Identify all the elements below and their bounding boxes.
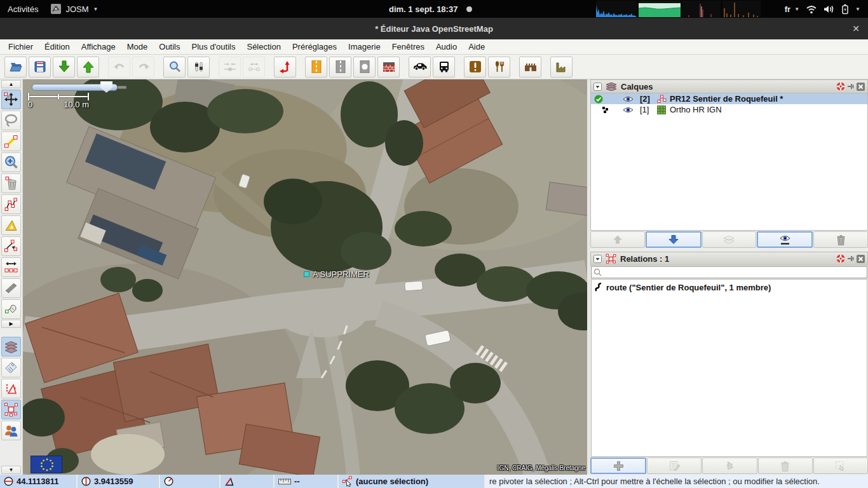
layer-move-down-button[interactable] — [646, 231, 702, 248]
close-panel-icon[interactable] — [857, 255, 865, 263]
tools-scroll-up-button[interactable]: ▲ — [1, 80, 21, 88]
menu-fenetres[interactable]: Fenêtres — [386, 40, 430, 53]
menu-outils[interactable]: Outils — [153, 40, 186, 53]
tool-follow-line[interactable] — [1, 236, 21, 256]
layer-visible-eye-icon[interactable] — [623, 106, 634, 114]
layer-delete-button[interactable] — [813, 231, 868, 248]
preset-road-button[interactable] — [329, 57, 351, 78]
road-icon — [335, 60, 346, 73]
tool-delete[interactable] — [1, 173, 21, 193]
longitude-icon — [81, 477, 91, 486]
relation-list-item[interactable]: route ("Sentier de Roquefeuil", 1 membre… — [592, 280, 867, 292]
zoom-slider-tail — [118, 86, 126, 89]
window-title-bar[interactable]: * Éditeur Java OpenStreetMap ✕ — [0, 18, 868, 39]
tool-merge-ways[interactable] — [1, 194, 21, 214]
collapse-panel-button[interactable] — [593, 83, 602, 91]
tool-draw[interactable] — [1, 132, 21, 151]
osm-node-marker[interactable] — [304, 272, 309, 276]
layer-index: [1] — [640, 105, 657, 114]
tools-scroll-down-button[interactable]: ▼ — [1, 466, 21, 474]
tool-select[interactable] — [1, 90, 21, 109]
relations-panel-title: Relations : 1 — [620, 254, 669, 264]
layer-row-pr12[interactable]: [2] PR12 Sentier de Roquefeuil * — [591, 93, 867, 104]
map-canvas[interactable]: 0 10.0 m A SUPPRIMER IGN, CRAIG, Mégalis… — [23, 79, 587, 475]
preset-wall-button[interactable] — [377, 57, 400, 78]
download-button[interactable] — [53, 57, 75, 78]
preset-works-button[interactable] — [550, 57, 573, 78]
layer-move-up-button[interactable] — [590, 231, 645, 248]
activities-button[interactable]: Activités — [8, 4, 38, 14]
collapse-panel-button[interactable] — [593, 255, 602, 263]
pin-panel-icon[interactable] — [847, 255, 855, 262]
layer-toggle-visibility-button[interactable] — [757, 231, 813, 248]
split-way-button[interactable] — [274, 57, 296, 78]
volume-icon[interactable] — [824, 4, 835, 14]
search-icon — [593, 268, 602, 276]
help-icon[interactable] — [836, 82, 845, 91]
unglue-button[interactable] — [243, 57, 265, 78]
toggle-authors-panel[interactable] — [1, 421, 21, 440]
close-panel-icon[interactable] — [857, 83, 865, 91]
preset-motorway-button[interactable] — [305, 57, 327, 78]
tool-building[interactable] — [1, 278, 21, 298]
menu-affichage[interactable]: Affichage — [76, 40, 121, 53]
menu-plus-outils[interactable]: Plus d'outils — [186, 40, 241, 53]
menu-aide[interactable]: Aide — [463, 40, 491, 53]
relation-add-button[interactable] — [590, 458, 646, 474]
tool-improve-accuracy[interactable] — [1, 299, 21, 319]
preferences-button[interactable] — [187, 57, 210, 78]
search-button[interactable] — [163, 57, 186, 78]
preset-hazard-button[interactable] — [464, 57, 486, 78]
merge-nodes-button[interactable] — [219, 57, 241, 78]
preset-castle-button[interactable] — [519, 57, 541, 78]
toggle-validator-panel[interactable] — [1, 379, 21, 398]
relation-delete-button[interactable] — [758, 458, 813, 474]
preset-car-button[interactable] — [409, 57, 431, 78]
tool-extrude[interactable] — [1, 257, 21, 277]
layer-row-ortho[interactable]: [1] Ortho HR IGN — [591, 104, 867, 115]
preset-restaurant-button[interactable] — [488, 57, 510, 78]
tool-zoom[interactable] — [1, 152, 21, 172]
app-menu-button[interactable]: JOSM ▼ — [51, 4, 98, 14]
relation-duplicate-button[interactable] — [702, 458, 757, 474]
wifi-icon[interactable] — [806, 4, 817, 14]
clock[interactable]: dim. 1 sept. 18:37 — [389, 4, 472, 14]
keyboard-layout-indicator[interactable]: fr ▼ — [785, 4, 799, 14]
window-close-button[interactable]: ✕ — [852, 18, 860, 39]
main-toolbar — [0, 55, 868, 79]
trash-icon — [780, 461, 790, 471]
toggle-tags-panel[interactable] — [1, 358, 21, 377]
menu-prereglages[interactable]: Préréglages — [287, 40, 342, 53]
menu-fichier[interactable]: Fichier — [3, 40, 39, 53]
toggle-layers-panel[interactable] — [1, 337, 21, 356]
lasso-icon — [4, 113, 18, 128]
upload-button[interactable] — [77, 57, 99, 78]
battery-icon[interactable] — [841, 4, 849, 15]
menu-imagerie[interactable]: Imagerie — [342, 40, 386, 53]
layer-merge-button[interactable] — [702, 231, 757, 248]
layer-visible-eye-icon[interactable] — [623, 95, 634, 103]
pin-panel-icon[interactable] — [847, 83, 855, 90]
menu-edition[interactable]: Édition — [39, 40, 76, 53]
relation-edit-button[interactable] — [647, 458, 702, 474]
open-button[interactable] — [4, 57, 27, 78]
undo-button[interactable] — [108, 57, 130, 78]
open-folder-icon — [10, 61, 22, 72]
car-icon — [412, 62, 428, 71]
toggle-relations-panel[interactable] — [1, 400, 21, 419]
preset-mini-roundabout-button[interactable] — [353, 57, 376, 78]
menu-audio[interactable]: Audio — [430, 40, 463, 53]
system-menu-chevron-icon[interactable]: ▼ — [855, 6, 860, 12]
tool-lasso[interactable] — [1, 111, 21, 130]
help-icon[interactable] — [836, 254, 845, 263]
tools-overflow-button[interactable]: ▶ — [1, 320, 21, 328]
relation-select-button[interactable] — [813, 458, 868, 474]
menu-selection[interactable]: Sélection — [241, 40, 286, 53]
preset-bus-button[interactable] — [433, 57, 455, 78]
redo-button[interactable] — [132, 57, 154, 78]
relation-search-input[interactable] — [591, 266, 867, 278]
menu-mode[interactable]: Mode — [121, 40, 154, 53]
triangle-down-icon: ▼ — [9, 467, 14, 473]
tool-angle-snap[interactable] — [1, 215, 21, 235]
save-button[interactable] — [29, 57, 51, 78]
